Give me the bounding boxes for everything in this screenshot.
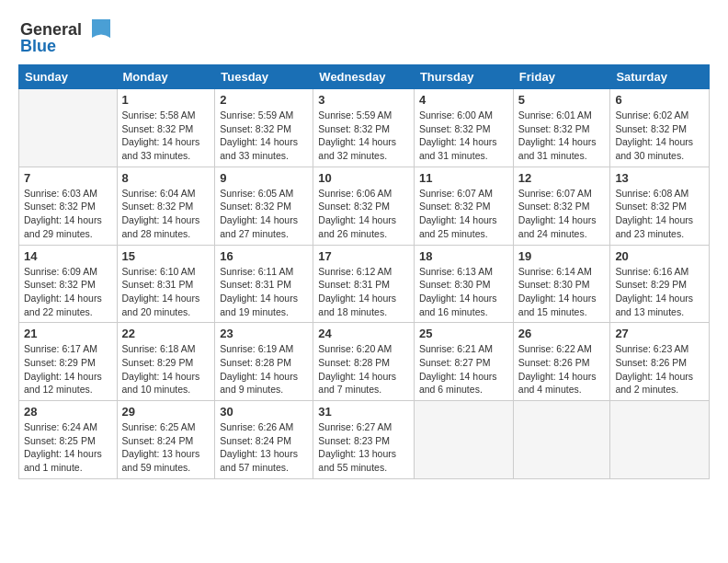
day-number: 31 xyxy=(318,405,409,419)
day-info: Sunrise: 6:10 AMSunset: 8:31 PMDaylight:… xyxy=(122,265,210,319)
column-header-thursday: Thursday xyxy=(414,65,513,89)
calendar-cell: 8Sunrise: 6:04 AMSunset: 8:32 PMDaylight… xyxy=(117,167,215,245)
calendar-cell: 18Sunrise: 6:13 AMSunset: 8:30 PMDayligh… xyxy=(414,245,513,323)
day-info: Sunrise: 5:59 AMSunset: 8:32 PMDaylight:… xyxy=(318,109,409,163)
calendar-cell: 5Sunrise: 6:01 AMSunset: 8:32 PMDaylight… xyxy=(513,89,610,167)
calendar-table: SundayMondayTuesdayWednesdayThursdayFrid… xyxy=(18,64,710,479)
column-header-saturday: Saturday xyxy=(610,65,710,89)
calendar-cell: 27Sunrise: 6:23 AMSunset: 8:26 PMDayligh… xyxy=(610,323,710,401)
logo: General Blue xyxy=(18,15,119,59)
day-number: 2 xyxy=(220,93,308,107)
day-info: Sunrise: 6:03 AMSunset: 8:32 PMDaylight:… xyxy=(24,187,112,241)
day-number: 6 xyxy=(615,93,704,107)
calendar-cell: 14Sunrise: 6:09 AMSunset: 8:32 PMDayligh… xyxy=(19,245,118,323)
day-number: 21 xyxy=(24,327,112,340)
day-number: 23 xyxy=(220,327,308,340)
day-number: 7 xyxy=(24,171,112,185)
column-header-monday: Monday xyxy=(117,65,215,89)
day-number: 25 xyxy=(419,327,508,340)
calendar-cell: 3Sunrise: 5:59 AMSunset: 8:32 PMDaylight… xyxy=(313,89,415,167)
day-number: 1 xyxy=(122,93,210,107)
day-info: Sunrise: 6:25 AMSunset: 8:24 PMDaylight:… xyxy=(122,420,210,475)
day-number: 28 xyxy=(24,405,112,419)
calendar-cell: 11Sunrise: 6:07 AMSunset: 8:32 PMDayligh… xyxy=(414,167,513,245)
calendar-cell: 22Sunrise: 6:18 AMSunset: 8:29 PMDayligh… xyxy=(117,323,215,401)
day-number: 18 xyxy=(419,249,508,263)
day-number: 22 xyxy=(122,327,210,340)
day-info: Sunrise: 6:05 AMSunset: 8:32 PMDaylight:… xyxy=(220,187,308,241)
calendar-cell: 15Sunrise: 6:10 AMSunset: 8:31 PMDayligh… xyxy=(117,245,215,323)
week-row: 21Sunrise: 6:17 AMSunset: 8:29 PMDayligh… xyxy=(19,323,710,401)
week-row: 7Sunrise: 6:03 AMSunset: 8:32 PMDaylight… xyxy=(19,167,710,245)
calendar-cell: 31Sunrise: 6:27 AMSunset: 8:23 PMDayligh… xyxy=(313,401,415,479)
day-number: 20 xyxy=(615,249,704,263)
day-info: Sunrise: 6:17 AMSunset: 8:29 PMDaylight:… xyxy=(24,342,112,396)
calendar-cell: 6Sunrise: 6:02 AMSunset: 8:32 PMDaylight… xyxy=(610,89,710,167)
calendar-cell: 9Sunrise: 6:05 AMSunset: 8:32 PMDaylight… xyxy=(215,167,313,245)
logo-text: General Blue xyxy=(18,15,119,59)
calendar-cell: 16Sunrise: 6:11 AMSunset: 8:31 PMDayligh… xyxy=(215,245,313,323)
day-info: Sunrise: 6:18 AMSunset: 8:29 PMDaylight:… xyxy=(122,342,210,396)
day-info: Sunrise: 6:14 AMSunset: 8:30 PMDaylight:… xyxy=(518,265,606,319)
column-header-sunday: Sunday xyxy=(19,65,118,89)
day-info: Sunrise: 6:23 AMSunset: 8:26 PMDaylight:… xyxy=(615,342,704,396)
day-info: Sunrise: 6:09 AMSunset: 8:32 PMDaylight:… xyxy=(24,265,112,319)
day-number: 3 xyxy=(318,93,409,107)
day-number: 4 xyxy=(419,93,508,107)
day-info: Sunrise: 6:22 AMSunset: 8:26 PMDaylight:… xyxy=(518,342,606,396)
calendar-page: General Blue SundayMondayTuesdayWednesda… xyxy=(0,0,728,488)
day-number: 24 xyxy=(318,327,409,340)
calendar-cell: 23Sunrise: 6:19 AMSunset: 8:28 PMDayligh… xyxy=(215,323,313,401)
day-number: 17 xyxy=(318,249,409,263)
header: General Blue xyxy=(18,15,710,59)
calendar-cell: 28Sunrise: 6:24 AMSunset: 8:25 PMDayligh… xyxy=(19,401,118,479)
day-number: 11 xyxy=(419,171,508,185)
day-info: Sunrise: 6:07 AMSunset: 8:32 PMDaylight:… xyxy=(419,187,508,241)
day-number: 8 xyxy=(122,171,210,185)
day-number: 12 xyxy=(518,171,606,185)
calendar-cell: 12Sunrise: 6:07 AMSunset: 8:32 PMDayligh… xyxy=(513,167,610,245)
day-info: Sunrise: 6:21 AMSunset: 8:27 PMDaylight:… xyxy=(419,342,508,396)
day-number: 26 xyxy=(518,327,606,340)
week-row: 1Sunrise: 5:58 AMSunset: 8:32 PMDaylight… xyxy=(19,89,710,167)
calendar-cell: 17Sunrise: 6:12 AMSunset: 8:31 PMDayligh… xyxy=(313,245,415,323)
calendar-cell: 13Sunrise: 6:08 AMSunset: 8:32 PMDayligh… xyxy=(610,167,710,245)
day-info: Sunrise: 6:19 AMSunset: 8:28 PMDaylight:… xyxy=(220,342,308,396)
day-info: Sunrise: 5:59 AMSunset: 8:32 PMDaylight:… xyxy=(220,109,308,163)
calendar-cell xyxy=(513,401,610,479)
calendar-cell: 2Sunrise: 5:59 AMSunset: 8:32 PMDaylight… xyxy=(215,89,313,167)
day-number: 29 xyxy=(122,405,210,419)
week-row: 28Sunrise: 6:24 AMSunset: 8:25 PMDayligh… xyxy=(19,401,710,479)
day-info: Sunrise: 6:07 AMSunset: 8:32 PMDaylight:… xyxy=(518,187,606,241)
day-number: 14 xyxy=(24,249,112,263)
svg-text:General: General xyxy=(20,20,82,39)
week-row: 14Sunrise: 6:09 AMSunset: 8:32 PMDayligh… xyxy=(19,245,710,323)
calendar-cell: 19Sunrise: 6:14 AMSunset: 8:30 PMDayligh… xyxy=(513,245,610,323)
column-header-tuesday: Tuesday xyxy=(215,65,313,89)
day-number: 19 xyxy=(518,249,606,263)
column-header-friday: Friday xyxy=(513,65,610,89)
calendar-cell: 4Sunrise: 6:00 AMSunset: 8:32 PMDaylight… xyxy=(414,89,513,167)
day-number: 9 xyxy=(220,171,308,185)
day-info: Sunrise: 6:01 AMSunset: 8:32 PMDaylight:… xyxy=(518,109,606,163)
calendar-cell: 1Sunrise: 5:58 AMSunset: 8:32 PMDaylight… xyxy=(117,89,215,167)
calendar-cell: 7Sunrise: 6:03 AMSunset: 8:32 PMDaylight… xyxy=(19,167,118,245)
day-number: 27 xyxy=(615,327,704,340)
day-info: Sunrise: 6:12 AMSunset: 8:31 PMDaylight:… xyxy=(318,265,409,319)
day-number: 30 xyxy=(220,405,308,419)
day-number: 13 xyxy=(615,171,704,185)
calendar-cell xyxy=(610,401,710,479)
column-header-wednesday: Wednesday xyxy=(313,65,415,89)
calendar-cell xyxy=(19,89,118,167)
day-number: 5 xyxy=(518,93,606,107)
day-number: 10 xyxy=(318,171,409,185)
day-info: Sunrise: 6:27 AMSunset: 8:23 PMDaylight:… xyxy=(318,420,409,475)
svg-text:Blue: Blue xyxy=(20,37,56,55)
calendar-cell: 10Sunrise: 6:06 AMSunset: 8:32 PMDayligh… xyxy=(313,167,415,245)
day-info: Sunrise: 6:06 AMSunset: 8:32 PMDaylight:… xyxy=(318,187,409,241)
day-info: Sunrise: 6:20 AMSunset: 8:28 PMDaylight:… xyxy=(318,342,409,396)
day-number: 15 xyxy=(122,249,210,263)
day-info: Sunrise: 6:00 AMSunset: 8:32 PMDaylight:… xyxy=(419,109,508,163)
calendar-cell: 25Sunrise: 6:21 AMSunset: 8:27 PMDayligh… xyxy=(414,323,513,401)
calendar-cell xyxy=(414,401,513,479)
